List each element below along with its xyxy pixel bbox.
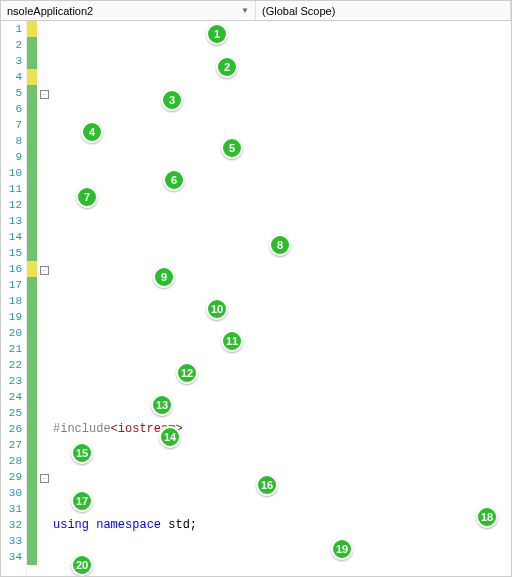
annotation-badge-14: 14	[159, 426, 181, 448]
fold-guide	[37, 213, 51, 229]
line-number: 17	[1, 277, 22, 293]
annotation-badge-16: 16	[256, 474, 278, 496]
code-editor[interactable]: 1 2 3 4 5 6 7 8 9 10 11 12 13 14 15 16 1…	[51, 21, 511, 576]
line-number: 10	[1, 165, 22, 181]
change-marker	[27, 325, 37, 341]
fold-bar: ---	[37, 21, 51, 576]
change-marker	[27, 245, 37, 261]
fold-guide	[37, 101, 51, 117]
fold-guide	[37, 309, 51, 325]
line-number: 19	[1, 309, 22, 325]
fold-toggle-icon[interactable]: -	[37, 261, 51, 277]
line-number: 15	[1, 245, 22, 261]
line-number: 11	[1, 181, 22, 197]
change-marker	[27, 117, 37, 133]
code-line[interactable]: using namespace std;	[53, 517, 511, 533]
fold-guide	[37, 117, 51, 133]
fold-guide	[37, 549, 51, 565]
code-area: 1234567891011121314151617181920212223242…	[1, 21, 511, 576]
project-dropdown[interactable]: nsoleApplication2 ▼	[1, 1, 256, 20]
annotation-badge-1: 1	[206, 23, 228, 45]
line-number: 7	[1, 117, 22, 133]
line-number: 24	[1, 389, 22, 405]
change-marker	[27, 277, 37, 293]
change-marker	[27, 549, 37, 565]
fold-guide	[37, 325, 51, 341]
fold-guide	[37, 197, 51, 213]
line-number: 23	[1, 373, 22, 389]
line-number: 20	[1, 325, 22, 341]
line-number: 25	[1, 405, 22, 421]
code-line[interactable]	[53, 469, 511, 485]
change-marker	[27, 517, 37, 533]
line-number: 34	[1, 549, 22, 565]
fold-toggle-icon[interactable]: -	[37, 469, 51, 485]
fold-guide	[37, 21, 51, 37]
fold-guide	[37, 453, 51, 469]
change-marker	[27, 341, 37, 357]
change-marker	[27, 37, 37, 53]
line-number: 18	[1, 293, 22, 309]
fold-guide	[37, 437, 51, 453]
fold-guide	[37, 485, 51, 501]
scope-dropdown[interactable]: (Global Scope)	[256, 1, 511, 20]
fold-guide	[37, 37, 51, 53]
change-marker	[27, 357, 37, 373]
change-marker	[27, 53, 37, 69]
annotation-badge-18: 18	[476, 506, 498, 528]
fold-guide	[37, 501, 51, 517]
change-marker	[27, 421, 37, 437]
change-marker	[27, 133, 37, 149]
fold-toggle-icon[interactable]: -	[37, 85, 51, 101]
line-number: 12	[1, 197, 22, 213]
annotation-badge-17: 17	[71, 490, 93, 512]
annotation-badge-6: 6	[163, 169, 185, 191]
line-number: 6	[1, 101, 22, 117]
line-number: 27	[1, 437, 22, 453]
line-number: 2	[1, 37, 22, 53]
fold-guide	[37, 165, 51, 181]
line-number: 28	[1, 453, 22, 469]
line-number: 1	[1, 21, 22, 37]
fold-guide	[37, 245, 51, 261]
line-number: 14	[1, 229, 22, 245]
fold-guide	[37, 149, 51, 165]
line-number: 33	[1, 533, 22, 549]
annotation-badge-10: 10	[206, 298, 228, 320]
fold-guide	[37, 277, 51, 293]
change-marker	[27, 389, 37, 405]
fold-guide	[37, 133, 51, 149]
fold-guide	[37, 357, 51, 373]
change-marker	[27, 437, 37, 453]
line-number: 29	[1, 469, 22, 485]
fold-guide	[37, 181, 51, 197]
annotation-badge-8: 8	[269, 234, 291, 256]
line-number: 31	[1, 501, 22, 517]
annotation-badge-5: 5	[221, 137, 243, 159]
fold-guide	[37, 405, 51, 421]
annotation-badge-11: 11	[221, 330, 243, 352]
line-number: 16	[1, 261, 22, 277]
code-line[interactable]	[53, 565, 511, 577]
fold-guide	[37, 517, 51, 533]
line-number: 9	[1, 149, 22, 165]
fold-guide	[37, 293, 51, 309]
change-marker	[27, 453, 37, 469]
fold-guide	[37, 533, 51, 549]
annotation-badge-7: 7	[76, 186, 98, 208]
change-marker	[27, 101, 37, 117]
line-number: 21	[1, 341, 22, 357]
line-number: 26	[1, 421, 22, 437]
annotation-badge-3: 3	[161, 89, 183, 111]
code-line[interactable]: #include<iostream>	[53, 421, 511, 437]
annotation-badge-13: 13	[151, 394, 173, 416]
annotation-badge-9: 9	[153, 266, 175, 288]
toolbar: nsoleApplication2 ▼ (Global Scope)	[1, 1, 511, 21]
change-marker	[27, 501, 37, 517]
change-marker	[27, 469, 37, 485]
change-marker	[27, 181, 37, 197]
change-marker	[27, 69, 37, 85]
annotation-badge-19: 19	[331, 538, 353, 560]
line-number: 3	[1, 53, 22, 69]
project-name: nsoleApplication2	[7, 5, 93, 17]
